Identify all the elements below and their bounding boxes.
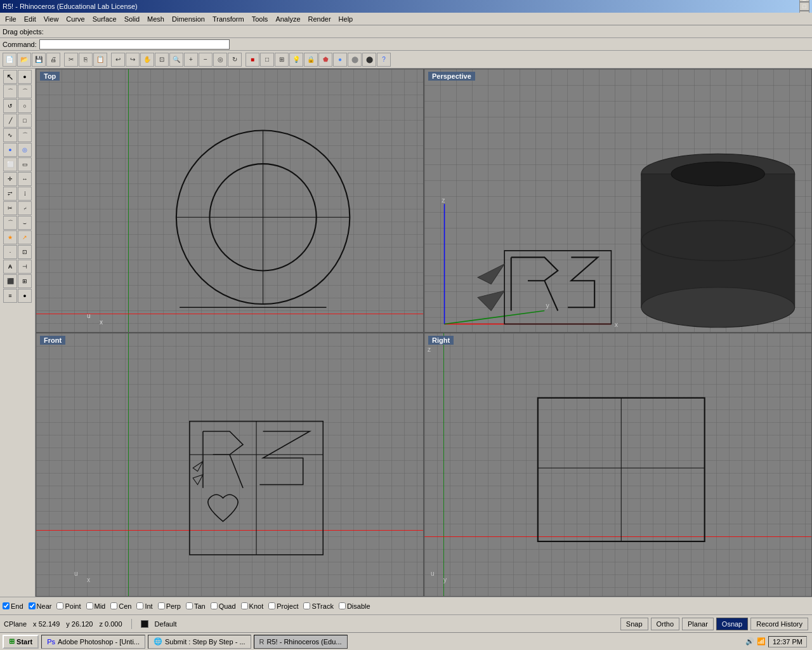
osnap-mid[interactable]: Mid <box>86 602 106 610</box>
osnap-perp[interactable]: Perp <box>158 602 181 610</box>
osnap-tan[interactable]: Tan <box>186 602 206 610</box>
osnap-near[interactable]: Near <box>29 602 52 610</box>
taskbar-rhino[interactable]: R R5! - Rhinoceros (Edu... <box>254 635 348 649</box>
mirror-tool[interactable]: ⥂ <box>3 187 17 201</box>
point-tool[interactable]: · <box>3 245 17 259</box>
osnap-project[interactable]: Project <box>268 602 298 610</box>
menu-solid[interactable]: Solid <box>121 14 143 24</box>
print-button[interactable]: 🖨 <box>46 53 60 67</box>
command-input[interactable] <box>39 39 230 50</box>
poly-select[interactable]: ⌒ <box>18 84 32 98</box>
zoom-out[interactable]: − <box>199 53 213 67</box>
menu-curve[interactable]: Curve <box>62 14 88 24</box>
mesh-tool[interactable]: ⊡ <box>18 245 32 259</box>
planar-button[interactable]: Planar <box>682 618 714 630</box>
select-tool[interactable]: ↖ <box>3 70 17 84</box>
lock-button[interactable]: 🔒 <box>304 53 318 67</box>
dim-tool[interactable]: ⊣ <box>18 260 32 274</box>
snap-grid[interactable]: ⊞ <box>275 53 289 67</box>
lasso-tool[interactable]: ⌒ <box>3 84 17 98</box>
menu-file[interactable]: File <box>1 14 20 24</box>
zoom-window[interactable]: 🔍 <box>169 53 183 67</box>
menu-help[interactable]: Help <box>335 14 357 24</box>
osnap-knot[interactable]: Knot <box>241 602 264 610</box>
rotate-tool[interactable]: ↺ <box>3 99 17 113</box>
render-btn[interactable]: ⬤ <box>348 53 362 67</box>
trim-tool[interactable]: ✂ <box>3 201 17 215</box>
extrude-tool[interactable]: ⬜ <box>3 157 17 171</box>
osnap-disable[interactable]: Disable <box>339 602 370 610</box>
block-tool[interactable]: ⬛ <box>3 274 17 288</box>
layer-mgr[interactable]: ≡ <box>3 289 17 303</box>
scale-tool[interactable]: ↔ <box>18 172 32 186</box>
new-button[interactable]: 📄 <box>3 53 16 67</box>
pan-button[interactable]: ✋ <box>140 53 154 67</box>
zoom-selected[interactable]: ◎ <box>213 53 227 67</box>
osnap-cen[interactable]: Cen <box>110 602 131 610</box>
menu-tools[interactable]: Tools <box>248 14 272 24</box>
line-tool[interactable]: ╱ <box>3 114 17 128</box>
viewport-perspective[interactable]: x y z <box>424 69 812 333</box>
help-btn[interactable]: ? <box>377 53 391 67</box>
move-tool[interactable]: ✛ <box>3 172 17 186</box>
select-options[interactable]: ● <box>18 70 32 84</box>
rotate-view[interactable]: ↻ <box>228 53 242 67</box>
split-tool[interactable]: ⌿ <box>18 201 32 215</box>
light-button[interactable]: 💡 <box>289 53 303 67</box>
menu-edit[interactable]: Edit <box>20 14 40 24</box>
snap-button[interactable]: Snap <box>620 618 648 630</box>
curve-tool[interactable]: ∿ <box>3 128 17 142</box>
snap-tool[interactable]: ↗ <box>18 230 32 244</box>
insert-tool[interactable]: ⊞ <box>18 274 32 288</box>
wire-button[interactable]: □ <box>260 53 274 67</box>
menu-render[interactable]: Render <box>304 14 335 24</box>
material-button[interactable]: ● <box>333 53 347 67</box>
zoom-in[interactable]: + <box>184 53 198 67</box>
viewport-top[interactable]: u x Top <box>36 69 424 333</box>
redo-button[interactable]: ↪ <box>126 53 140 67</box>
open-button[interactable]: 📂 <box>17 53 31 67</box>
circle-tool[interactable]: ○ <box>18 99 32 113</box>
record-history-button[interactable]: Record History <box>750 618 808 630</box>
arc-tool[interactable]: ⌒ <box>18 128 32 142</box>
status-area: Drag objects: <box>0 25 812 38</box>
taskbar-submit[interactable]: 🌐 Submit : Step By Step - ... <box>148 635 251 649</box>
menu-transform[interactable]: Transform <box>209 14 248 24</box>
cut-button[interactable]: ✂ <box>64 53 78 67</box>
render2-btn[interactable]: ⬤ <box>362 53 376 67</box>
viewport-front[interactable]: u x Front <box>36 333 424 597</box>
layer-button[interactable]: ⬟ <box>318 53 332 67</box>
sphere-tool[interactable]: ● <box>3 143 17 157</box>
fillet-tool[interactable]: ⌒ <box>3 216 17 230</box>
record-tool[interactable]: ● <box>18 289 32 303</box>
zoom-extent[interactable]: ⊡ <box>155 53 169 67</box>
blend-tool[interactable]: ⌣ <box>18 216 32 230</box>
menu-analyze[interactable]: Analyze <box>272 14 304 24</box>
osnap-end[interactable]: End <box>3 602 23 610</box>
menu-dimension[interactable]: Dimension <box>168 14 209 24</box>
menu-view[interactable]: View <box>40 14 63 24</box>
torus-tool[interactable]: ◎ <box>18 143 32 157</box>
cylinder-tool[interactable]: ▭ <box>18 157 32 171</box>
start-button[interactable]: ⊞ Start <box>3 635 39 649</box>
ortho-button[interactable]: Ortho <box>651 618 680 630</box>
menu-mesh[interactable]: Mesh <box>143 14 168 24</box>
menu-surface[interactable]: Surface <box>89 14 121 24</box>
shaded-button[interactable]: ■ <box>246 53 259 67</box>
viewport-right[interactable]: u y z Right <box>424 333 812 597</box>
osnap-int[interactable]: Int <box>136 602 152 610</box>
taskbar-photoshop[interactable]: Ps Adobe Photoshop - [Unti... <box>41 635 145 649</box>
osnap-quad[interactable]: Quad <box>211 602 236 610</box>
save-button[interactable]: 💾 <box>32 53 46 67</box>
osnap-strack[interactable]: STrack <box>303 602 333 610</box>
osnap-button[interactable]: Osnap <box>716 618 748 630</box>
array-tool[interactable]: ⫶ <box>18 187 32 201</box>
copy-button[interactable]: ⎘ <box>79 53 93 67</box>
gumball-tool[interactable]: ★ <box>3 230 17 244</box>
osnap-point[interactable]: Point <box>56 602 81 610</box>
undo-button[interactable]: ↩ <box>111 53 125 67</box>
paste-button[interactable]: 📋 <box>93 53 107 67</box>
text-tool[interactable]: A <box>3 260 17 274</box>
maximize-button[interactable]: □ <box>799 2 809 11</box>
rect-tool[interactable]: □ <box>18 114 32 128</box>
